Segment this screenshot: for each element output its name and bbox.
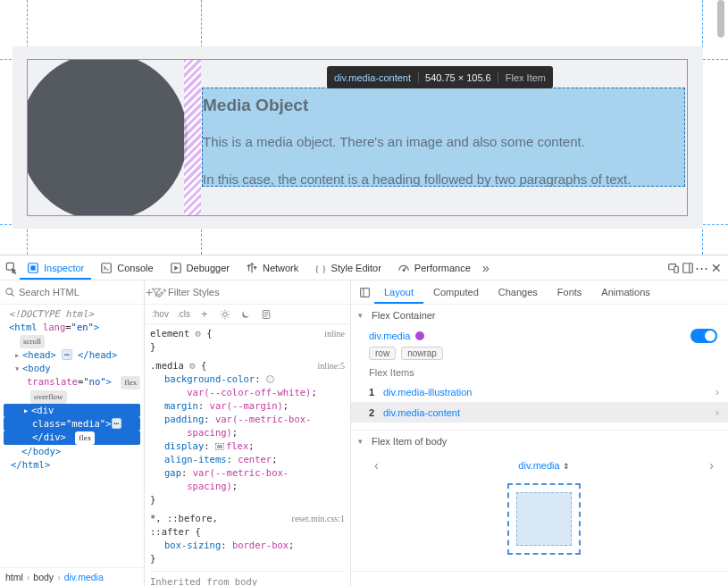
dom-panel: + <!DOCTYPE html> <html lang="en"> scrol… [0, 280, 145, 586]
breadcrumb[interactable]: html› body› div.media [0, 567, 144, 586]
add-rule-icon[interactable]: + [198, 308, 211, 321]
tab-style-editor[interactable]: { } Style Editor [307, 255, 389, 280]
prev-sibling-icon[interactable]: ‹ [371, 458, 382, 473]
tab-inspector[interactable]: Inspector [20, 255, 91, 280]
svg-point-12 [244, 309, 251, 316]
svg-point-10 [223, 312, 228, 316]
styles-toolbar [145, 280, 350, 305]
tab-changes[interactable]: Changes [489, 280, 548, 304]
tab-animations[interactable]: Animations [591, 280, 659, 304]
svg-rect-14 [360, 288, 369, 297]
tab-network[interactable]: Network [238, 255, 305, 280]
dom-search-row: + [0, 280, 144, 305]
svg-rect-2 [30, 265, 35, 270]
responsive-mode-icon[interactable] [667, 262, 680, 274]
overlay-color-dot[interactable] [415, 331, 424, 340]
styles-rules[interactable]: inline element ⚙ { } inline:5 .media ⚙ {… [145, 324, 350, 586]
tab-debugger[interactable]: Debugger [163, 255, 237, 280]
close-devtools-icon[interactable]: ✕ [710, 262, 723, 274]
dom-tree[interactable]: <!DOCTYPE html> <html lang="en"> scroll … [0, 305, 144, 567]
svg-point-5 [403, 269, 405, 271]
preview-paragraph: In this case, the content is a heading f… [203, 172, 631, 187]
dark-mode-icon[interactable] [239, 308, 252, 321]
chip-nowrap[interactable]: nowrap [401, 347, 443, 360]
flex-container-target[interactable]: div.media [369, 331, 719, 341]
tab-console[interactable]: Console [93, 255, 160, 280]
cls-toggle[interactable]: .cls [177, 309, 190, 319]
selected-node[interactable]: ▸<div [4, 404, 140, 417]
devtools-panel: Inspector Console Debugger Network { } S… [0, 255, 728, 586]
tab-performance[interactable]: Performance [390, 255, 478, 280]
search-icon [4, 286, 15, 298]
next-sibling-icon[interactable]: › [706, 458, 717, 473]
layout-tabs: Layout Computed Changes Fonts Animations [351, 280, 728, 305]
light-mode-icon[interactable] [219, 308, 231, 321]
section-flex-item[interactable]: ▾Flex Item of body [351, 431, 728, 452]
more-tabs-icon[interactable]: » [480, 262, 492, 274]
inspect-tooltip: div.media-content 540.75 × 105.6 Flex It… [327, 66, 553, 88]
svg-rect-7 [674, 266, 678, 272]
circle-icon [27, 60, 188, 215]
filter-styles-input[interactable] [168, 287, 345, 297]
print-media-icon[interactable] [260, 308, 272, 321]
svg-rect-8 [683, 263, 693, 272]
preview-heading: Media Object [203, 96, 308, 115]
svg-point-9 [6, 289, 13, 295]
hov-toggle[interactable]: :hov [152, 309, 169, 319]
preview-scrollbar[interactable] [715, 0, 726, 255]
flex-gap-stripe [184, 59, 201, 216]
dock-side-icon[interactable] [682, 262, 694, 274]
sidebar-toggle-icon[interactable] [357, 286, 372, 298]
chip-row[interactable]: row [369, 347, 396, 360]
devtools-toolbar: Inspector Console Debugger Network { } S… [0, 255, 728, 280]
tab-computed[interactable]: Computed [423, 280, 489, 304]
styles-panel: :hov .cls + inline element ⚙ { [145, 280, 351, 586]
tab-layout[interactable]: Layout [374, 280, 423, 304]
flex-item-1[interactable]: 1 div.media-illustration › [369, 381, 719, 402]
kebab-menu-icon[interactable]: ⋯ [696, 262, 708, 274]
overlay-toggle[interactable] [690, 329, 717, 343]
page-preview: Media Object This is a media object. The… [0, 0, 728, 255]
preview-paragraph: This is a media object. There's an image… [203, 134, 585, 149]
media-illustration [27, 60, 201, 215]
layout-panel: Layout Computed Changes Fonts Animations… [351, 280, 728, 586]
svg-rect-3 [102, 263, 112, 272]
box-model-diagram [369, 478, 719, 564]
dom-search-input[interactable] [19, 287, 142, 297]
section-flex-container[interactable]: ▾Flex Container [351, 305, 728, 326]
filter-icon [150, 286, 163, 298]
tab-fonts[interactable]: Fonts [548, 280, 592, 304]
pick-element-icon[interactable] [5, 262, 18, 274]
flex-item-2[interactable]: 2 div.media-content › [351, 402, 728, 423]
